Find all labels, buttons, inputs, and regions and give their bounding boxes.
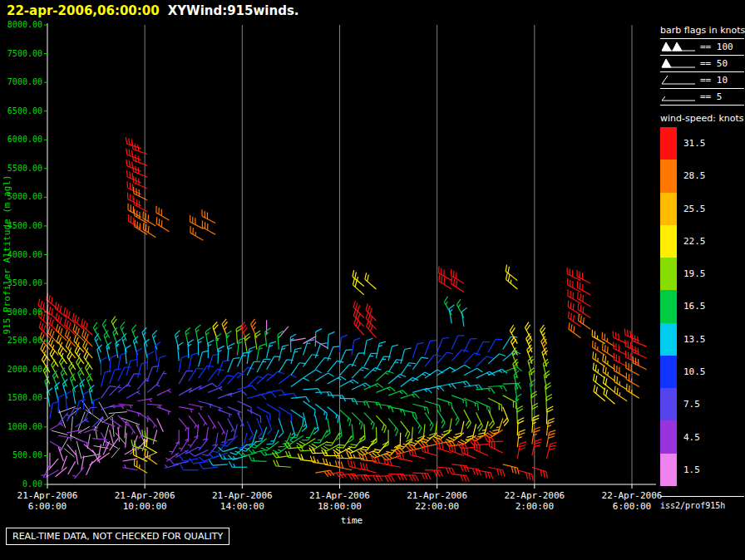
wind-barb (50, 441, 63, 451)
wind-barb (315, 373, 333, 381)
wind-barb (101, 371, 111, 386)
wind-barb (249, 439, 266, 449)
wind-barb (364, 368, 382, 379)
wind-barb (208, 387, 222, 393)
y-tick-label: 6500.00 (7, 106, 42, 115)
wind-barb (228, 391, 247, 395)
wind-barb (237, 386, 256, 391)
wind-barb (179, 356, 188, 372)
wind-barb (354, 317, 364, 335)
wind-barb (291, 363, 306, 376)
wind-barb (360, 462, 376, 473)
wind-barb (388, 391, 407, 395)
wind-barb (197, 439, 208, 450)
wind-barb (464, 410, 471, 429)
colorbar-band-row: 19.5 (660, 258, 706, 290)
wind-barb (257, 392, 276, 397)
wind-barb (126, 433, 127, 448)
colorbar-tick-label: 19.5 (683, 268, 706, 279)
wind-barb (188, 435, 199, 448)
wind-speed-colorbar: 31.528.525.522.519.516.513.510.57.54.51.… (660, 127, 706, 486)
wind-barb (376, 341, 385, 358)
wind-barb (532, 415, 540, 433)
wind-barb (517, 442, 526, 459)
wind-barb (371, 427, 377, 445)
legend-row-label: == 100 (700, 42, 733, 52)
wind-barb (247, 395, 266, 400)
wind-barb (67, 430, 81, 434)
wind-barb (464, 368, 483, 375)
noise-line (109, 412, 127, 414)
wind-barb (121, 322, 126, 341)
colorbar-tick-label: 10.5 (683, 366, 706, 377)
noise-line (87, 434, 90, 449)
x-tick-label-date: 21-Apr-2006 (309, 490, 370, 501)
wind-barb (170, 459, 189, 464)
colorbar-band-row: 7.5 (660, 388, 706, 420)
wind-barb (267, 356, 281, 370)
wind-barb (157, 419, 164, 432)
wind-barb (153, 430, 157, 444)
wind-barb (110, 430, 114, 444)
wind-barb (180, 464, 199, 470)
wind-barb (633, 356, 646, 370)
noise-line (99, 402, 108, 418)
colorbar-band (660, 420, 677, 453)
wind-barb (503, 366, 522, 372)
wind-barb (179, 439, 189, 451)
colorbar-tick-label: 25.5 (683, 204, 706, 214)
wind-barb (50, 401, 59, 418)
wind-barb (247, 346, 255, 364)
wind-barb (279, 407, 291, 422)
wind-barb (72, 467, 84, 479)
wind-barb (165, 464, 179, 469)
wind-barb (179, 407, 194, 413)
colorbar-title: wind-speed: knots (660, 113, 744, 124)
wind-barb (179, 419, 189, 431)
wind-barb (418, 441, 437, 448)
wind-barb (41, 343, 50, 361)
colorbar-band-row: 1.5 (660, 454, 706, 486)
wind-barb (58, 346, 67, 364)
wind-barb (517, 470, 533, 481)
wind-barb (291, 348, 302, 364)
wind-barb (546, 442, 556, 458)
wind-barb (218, 376, 234, 387)
y-tick-label: 4000.00 (7, 250, 42, 259)
colorbar-tick-label: 1.5 (683, 464, 700, 475)
wind-barb (503, 464, 519, 474)
colorbar-tick-label: 13.5 (683, 334, 706, 345)
wind-barb (126, 421, 135, 435)
wind-barb (189, 353, 198, 370)
y-tick-label: 1500.00 (7, 393, 42, 402)
wind-barb (352, 338, 360, 356)
wind-barb (444, 297, 451, 315)
wind-barb (147, 415, 157, 428)
wind-barb (476, 371, 496, 378)
x-tick-label-time: 6:00:00 (613, 501, 651, 512)
wind-barb (267, 371, 284, 381)
noise-line (116, 433, 126, 445)
wind-barb (55, 382, 60, 401)
colorbar-tick-label: 28.5 (683, 170, 706, 181)
wind-barb (412, 372, 431, 381)
wind-barb (123, 464, 138, 470)
wind-barb (83, 391, 89, 410)
wind-barb (247, 421, 253, 440)
wind-barb (147, 366, 159, 381)
wind-barb (200, 464, 218, 469)
wind-barb (328, 376, 346, 384)
wind-barb (315, 404, 327, 420)
wind-barb (188, 340, 194, 358)
wind-barb (503, 407, 509, 426)
wind-barb (237, 413, 244, 427)
wind-barb (286, 451, 303, 459)
x-tick-label-date: 21-Apr-2006 (212, 490, 273, 501)
wind-barb (488, 339, 502, 352)
wind-barb (157, 407, 171, 415)
wind-barb (425, 340, 437, 355)
wind-profile-plot: 0.00500.001000.001500.002000.002500.0030… (0, 0, 745, 560)
wind-barb (251, 319, 257, 338)
wind-barb (157, 356, 166, 372)
wind-barb (388, 345, 398, 361)
